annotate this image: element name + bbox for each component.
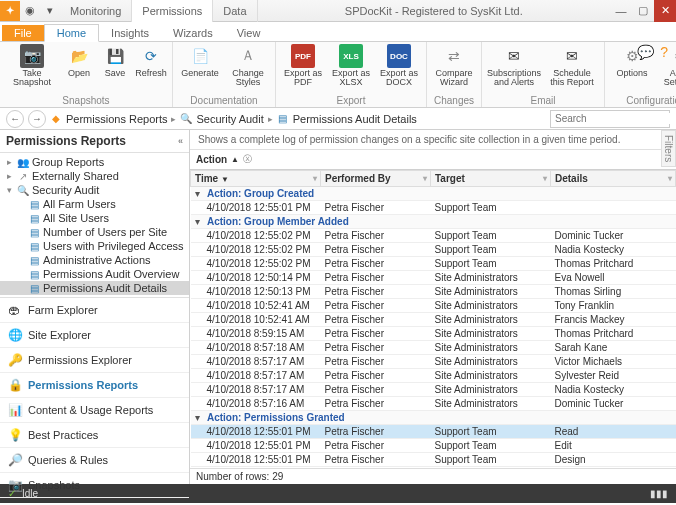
- chevron-right-icon: ▸: [171, 114, 176, 124]
- search-input[interactable]: [555, 113, 676, 124]
- close-group-icon[interactable]: ⓧ: [243, 153, 252, 166]
- schedule-report-button[interactable]: ✉Schedule this Report: [546, 44, 598, 88]
- table-row[interactable]: 4/10/2018 10:52:41 AMPetra FischerSite A…: [191, 313, 676, 327]
- save-button[interactable]: 💾Save: [100, 44, 130, 78]
- top-tab-data[interactable]: Data: [213, 0, 257, 22]
- styles-icon: Ａ: [236, 44, 260, 68]
- table-row[interactable]: 4/10/2018 8:59:15 AMPetra FischerSite Ad…: [191, 327, 676, 341]
- group-header[interactable]: ▾ Action: Permissions Granted: [191, 411, 676, 425]
- export-xlsx-button[interactable]: XLSExport as XLSX: [330, 44, 372, 88]
- nav-icon: 🔑: [8, 353, 22, 367]
- table-row[interactable]: 4/10/2018 12:55:02 PMPetra FischerSuppor…: [191, 229, 676, 243]
- nav-permissions-explorer[interactable]: 🔑Permissions Explorer: [0, 348, 189, 373]
- close-button[interactable]: ✕: [654, 0, 676, 22]
- nav-site-explorer[interactable]: 🌐Site Explorer: [0, 323, 189, 348]
- sort-asc-icon[interactable]: ▲: [231, 155, 239, 164]
- col-details[interactable]: Details▾: [551, 171, 676, 187]
- breadcrumb-root[interactable]: Permissions Reports: [66, 113, 167, 125]
- breadcrumb-leaf[interactable]: Permissions Audit Details: [293, 113, 417, 125]
- qat-camera-icon[interactable]: ◉: [20, 1, 40, 21]
- help-icon[interactable]: ?: [660, 44, 668, 60]
- table-row[interactable]: 4/10/2018 8:57:18 AMPetra FischerSite Ad…: [191, 341, 676, 355]
- table-row[interactable]: 4/10/2018 8:57:16 AMPetra FischerSite Ad…: [191, 397, 676, 411]
- tree-security-audit[interactable]: ▾🔍Security Audit: [0, 183, 189, 197]
- save-icon: 💾: [103, 44, 127, 68]
- document-icon: 📄: [188, 44, 212, 68]
- search-box[interactable]: 🔍: [550, 110, 670, 128]
- filters-tab[interactable]: Filters: [661, 130, 676, 167]
- table-row[interactable]: 4/10/2018 12:55:02 PMPetra FischerSuppor…: [191, 243, 676, 257]
- table-row[interactable]: 4/10/2018 8:57:17 AMPetra FischerSite Ad…: [191, 383, 676, 397]
- group-header[interactable]: ▾ Action: Group Member Added: [191, 215, 676, 229]
- top-tab-monitoring[interactable]: Monitoring: [60, 0, 132, 22]
- data-grid[interactable]: Time ▼▾ Performed By▾ Target▾ Details▾ ▾…: [190, 170, 676, 468]
- table-row[interactable]: 4/10/2018 12:55:02 PMPetra FischerSuppor…: [191, 257, 676, 271]
- table-row[interactable]: 4/10/2018 12:50:13 PMPetra FischerSite A…: [191, 285, 676, 299]
- tree-item[interactable]: ▤Permissions Audit Details: [0, 281, 189, 295]
- signal-icon: ▮▮▮: [650, 488, 668, 499]
- tab-file[interactable]: File: [2, 25, 44, 41]
- users-icon: 👥: [17, 156, 29, 168]
- table-row[interactable]: 4/10/2018 12:55:01 PMPetra FischerSuppor…: [191, 439, 676, 453]
- table-row[interactable]: 4/10/2018 12:55:01 PMPetra FischerSuppor…: [191, 201, 676, 215]
- minimize-button[interactable]: —: [610, 0, 632, 22]
- table-row[interactable]: 4/10/2018 12:55:01 PMPetra FischerSuppor…: [191, 453, 676, 467]
- ribbon-tabs: File Home Insights Wizards View: [0, 22, 676, 42]
- export-docx-button[interactable]: DOCExport as DOCX: [378, 44, 420, 88]
- breadcrumb-security[interactable]: Security Audit: [196, 113, 263, 125]
- subscriptions-button[interactable]: ✉Subscriptions and Alerts: [488, 44, 540, 88]
- tab-wizards[interactable]: Wizards: [161, 25, 225, 41]
- filter-icon[interactable]: ▾: [543, 174, 547, 183]
- tree-item[interactable]: ▤Permissions Audit Overview: [0, 267, 189, 281]
- compare-wizard-button[interactable]: ⇄Compare Wizard: [433, 44, 475, 88]
- tree-item[interactable]: ▤Administrative Actions: [0, 253, 189, 267]
- nav-links: 🏟Farm Explorer🌐Site Explorer🔑Permissions…: [0, 298, 189, 498]
- refresh-button[interactable]: ⟳Refresh: [136, 44, 166, 78]
- maximize-button[interactable]: ▢: [632, 0, 654, 22]
- table-row[interactable]: 4/10/2018 10:52:41 AMPetra FischerSite A…: [191, 299, 676, 313]
- nav-forward-button[interactable]: →: [28, 110, 46, 128]
- tree-item[interactable]: ▤Number of Users per Site: [0, 225, 189, 239]
- take-snapshot-button[interactable]: 📷Take Snapshot: [6, 44, 58, 88]
- tree-item[interactable]: ▤Users with Privileged Access: [0, 239, 189, 253]
- tree-item[interactable]: ▤All Site Users: [0, 211, 189, 225]
- nav-content-usage-reports[interactable]: 📊Content & Usage Reports: [0, 398, 189, 423]
- breadcrumb: ← → ◆ Permissions Reports ▸ 🔍 Security A…: [0, 108, 676, 130]
- nav-permissions-reports[interactable]: 🔒Permissions Reports: [0, 373, 189, 398]
- tab-insights[interactable]: Insights: [99, 25, 161, 41]
- filter-icon[interactable]: ▾: [668, 174, 672, 183]
- export-pdf-button[interactable]: PDFExport as PDF: [282, 44, 324, 88]
- change-styles-button[interactable]: ＡChange Styles: [227, 44, 269, 88]
- filter-icon[interactable]: ▾: [313, 174, 317, 183]
- list-icon: ▤: [28, 254, 40, 266]
- top-tab-permissions[interactable]: Permissions: [132, 0, 213, 22]
- group-header[interactable]: ▾ Action: Group Created: [191, 187, 676, 201]
- table-row[interactable]: 4/10/2018 8:57:17 AMPetra FischerSite Ad…: [191, 369, 676, 383]
- col-time[interactable]: Time ▼▾: [191, 171, 321, 187]
- table-row[interactable]: 4/10/2018 12:50:14 PMPetra FischerSite A…: [191, 271, 676, 285]
- chat-icon[interactable]: 💬: [637, 44, 654, 60]
- table-row[interactable]: 4/10/2018 12:55:01 PMPetra FischerSuppor…: [191, 425, 676, 439]
- magnifier-icon: 🔍: [17, 184, 29, 196]
- table-row[interactable]: 4/10/2018 8:57:17 AMPetra FischerSite Ad…: [191, 355, 676, 369]
- nav-best-practices[interactable]: 💡Best Practices: [0, 423, 189, 448]
- tab-home[interactable]: Home: [44, 24, 99, 42]
- col-target[interactable]: Target▾: [431, 171, 551, 187]
- tree-group-reports[interactable]: ▸👥Group Reports: [0, 155, 189, 169]
- chevron-right-icon: ▸: [268, 114, 273, 124]
- xlsx-icon: XLS: [339, 44, 363, 68]
- open-button[interactable]: 📂Open: [64, 44, 94, 78]
- nav-back-button[interactable]: ←: [6, 110, 24, 128]
- tab-view[interactable]: View: [225, 25, 273, 41]
- col-performed-by[interactable]: Performed By▾: [321, 171, 431, 187]
- filter-icon[interactable]: ▾: [423, 174, 427, 183]
- group-by-bar[interactable]: Action ▲ ⓧ: [190, 150, 676, 170]
- tree-item[interactable]: ▤All Farm Users: [0, 197, 189, 211]
- nav-queries-rules[interactable]: 🔎Queries & Rules: [0, 448, 189, 473]
- qat-dropdown-icon[interactable]: ▾: [40, 1, 60, 21]
- collapse-icon[interactable]: «: [178, 136, 183, 146]
- nav-farm-explorer[interactable]: 🏟Farm Explorer: [0, 298, 189, 323]
- generate-button[interactable]: 📄Generate: [179, 44, 221, 78]
- tree-externally-shared[interactable]: ▸↗Externally Shared: [0, 169, 189, 183]
- app-icon: ✦: [0, 1, 20, 21]
